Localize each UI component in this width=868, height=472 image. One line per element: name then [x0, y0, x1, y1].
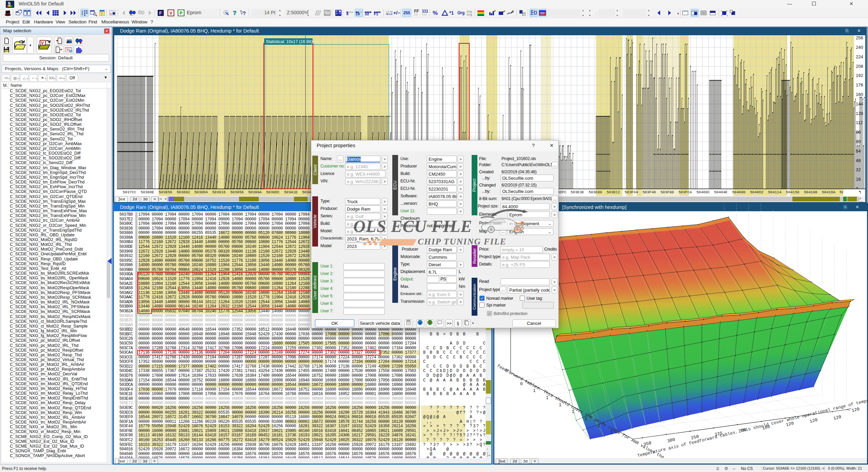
svg-text:300: 300 [667, 437, 675, 444]
svg-text:32: 32 [856, 167, 861, 172]
svg-text:80: 80 [856, 139, 861, 144]
svg-text:240: 240 [856, 45, 863, 50]
svg-text:F: F [159, 11, 162, 16]
svg-text:120: 120 [833, 414, 842, 421]
svg-text:208: 208 [856, 64, 863, 69]
svg-text:112: 112 [856, 120, 863, 125]
svg-text:192: 192 [856, 73, 863, 78]
svg-text:120: 120 [809, 417, 818, 424]
svg-text:16: 16 [856, 177, 861, 182]
svg-text:176: 176 [856, 82, 863, 87]
svg-text:?: ? [243, 10, 246, 16]
svg-text:?: ? [233, 10, 236, 16]
svg-text:144: 144 [856, 101, 863, 106]
svg-text:128: 128 [856, 111, 863, 116]
svg-text:48: 48 [856, 158, 861, 163]
svg-text:96: 96 [856, 130, 861, 135]
svg-text:P: P [180, 11, 183, 16]
svg-text:Statistical: 10x17 (16 Bit): Statistical: 10x17 (16 Bit) [266, 39, 313, 44]
svg-text:64: 64 [856, 149, 861, 154]
svg-text:*1: *1 [449, 10, 454, 16]
svg-text:+/−: +/− [393, 10, 400, 16]
svg-text:160: 160 [856, 92, 863, 97]
svg-text:V: V [170, 11, 173, 16]
svg-text:Org: Org [467, 13, 472, 16]
svg-text:V: V [41, 41, 44, 45]
svg-text:%: % [433, 10, 438, 16]
svg-text:224: 224 [856, 54, 863, 59]
svg-text:256: 256 [856, 35, 863, 40]
svg-text:120: 120 [851, 407, 860, 413]
svg-text:Org: Org [457, 11, 465, 15]
svg-text:IRL..: IRL.. [130, 14, 134, 16]
